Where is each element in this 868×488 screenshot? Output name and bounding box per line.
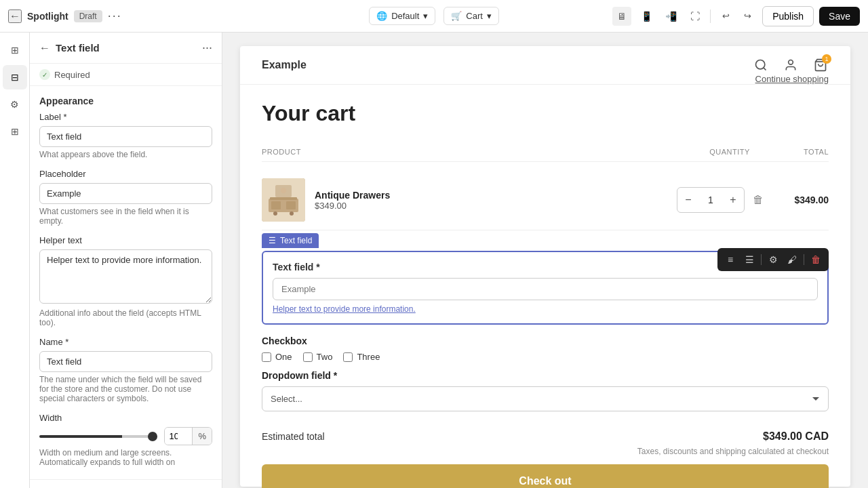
- main-layout: ⊞ ⊟ ⚙ ⊞ ← Text field ··· ✓ Required Appe…: [0, 33, 868, 488]
- total-col-header: TOTAL: [774, 148, 829, 156]
- item-price: $349.00: [315, 201, 390, 211]
- item-details: Antique Drawers $349.00: [315, 190, 390, 211]
- label-input[interactable]: [39, 126, 212, 147]
- tf-input[interactable]: [273, 278, 818, 300]
- topbar-left: ← Spotlight Draft ···: [8, 9, 361, 23]
- estimated-total-value: $349.00 CAD: [763, 430, 829, 443]
- checkbox-one-label: One: [275, 352, 292, 362]
- checkout-button[interactable]: Check out: [262, 464, 829, 488]
- cart-item: Antique Drawers $349.00 − 1 + 🗑 $349.00: [262, 170, 829, 230]
- desktop-view-button[interactable]: 🖥: [612, 7, 631, 26]
- undo-redo-controls: ↩ ↪: [716, 7, 757, 26]
- sidebar-back-button[interactable]: ←: [39, 42, 50, 54]
- required-label: Required: [54, 70, 90, 80]
- page-preview: Example 1 Your cart: [240, 46, 850, 487]
- width-hint: Width on medium and large screens. Autom…: [39, 448, 212, 467]
- width-slider[interactable]: [39, 435, 157, 438]
- more-button[interactable]: ···: [108, 9, 122, 23]
- checkbox-one-input[interactable]: [262, 352, 271, 362]
- toolbar-align-button[interactable]: ≡: [722, 251, 739, 268]
- name-input[interactable]: [39, 351, 212, 372]
- topbar-center: 🌐 Default ▾ 🛒 Cart ▾: [369, 7, 499, 25]
- chevron-down-icon: ▾: [487, 11, 492, 21]
- cart-icon[interactable]: 1: [812, 57, 829, 73]
- widget-label-bar: ☰ Text field: [262, 233, 319, 248]
- width-field-label: Width: [39, 413, 212, 423]
- publish-button[interactable]: Publish: [762, 6, 814, 26]
- checkbox-two[interactable]: Two: [303, 352, 333, 362]
- topbar: ← Spotlight Draft ··· 🌐 Default ▾ 🛒 Cart…: [0, 0, 868, 33]
- toolbar-list-button[interactable]: ☰: [741, 251, 758, 268]
- widget-label: Text field: [280, 236, 312, 245]
- checkbox-one[interactable]: One: [262, 352, 292, 362]
- checkbox-two-label: Two: [317, 352, 333, 362]
- text-field-card: Text field * Helper text to provide more…: [262, 251, 829, 325]
- search-icon[interactable]: [753, 57, 769, 73]
- tf-helper-text: Helper text to provide more information.: [273, 304, 818, 314]
- quantity-decrease-button[interactable]: −: [677, 188, 699, 212]
- helper-text-field-group: Helper text Helper text to provide more …: [30, 235, 222, 337]
- back-button[interactable]: ←: [8, 9, 22, 23]
- svg-rect-7: [286, 201, 296, 209]
- user-icon[interactable]: [783, 57, 799, 73]
- sidebar-header: ← Text field ···: [30, 33, 222, 64]
- toolbar-delete-button[interactable]: 🗑: [807, 251, 825, 268]
- helper-text-hint: Additional info about the field (accepts…: [39, 308, 212, 327]
- dropdown-section: Dropdown field * Select...: [262, 370, 829, 411]
- toolbar-paint-button[interactable]: 🖌: [783, 251, 801, 268]
- helper-text-label: Helper text: [39, 235, 212, 245]
- width-number-input[interactable]: [165, 428, 192, 445]
- sidebar-panel: ← Text field ··· ✓ Required Appearance L…: [30, 33, 222, 488]
- dropdown-title: Dropdown field *: [262, 370, 829, 381]
- name-field-label: Name *: [39, 337, 212, 347]
- width-slider-row: %: [39, 427, 212, 445]
- app-title: Spotlight: [27, 11, 68, 22]
- width-field-group: Width % Width on medium and large screen…: [30, 413, 222, 476]
- label-field-group: Label * What appears above the field.: [30, 112, 222, 169]
- icon-nav: ⊞ ⊟ ⚙ ⊞: [0, 33, 30, 488]
- tf-required-star: *: [316, 262, 319, 272]
- name-field-hint: The name under which the field will be s…: [39, 375, 212, 403]
- item-image: [262, 178, 305, 222]
- svg-point-1: [789, 60, 793, 65]
- fullscreen-button[interactable]: ⛶: [686, 7, 705, 26]
- mobile-view-button[interactable]: 📲: [661, 7, 680, 26]
- toolbar-popup: ≡ ☰ ⚙ 🖌 🗑: [717, 248, 829, 271]
- default-label: Default: [391, 11, 419, 21]
- tablet-view-button[interactable]: 📱: [637, 7, 656, 26]
- appearance-section-title: Appearance: [30, 86, 222, 112]
- svg-point-0: [756, 60, 765, 69]
- nav-home[interactable]: ⊞: [3, 38, 27, 62]
- checkbox-three[interactable]: Three: [343, 352, 380, 362]
- redo-button[interactable]: ↪: [738, 7, 757, 26]
- cart-selector[interactable]: 🛒 Cart ▾: [443, 7, 499, 25]
- product-col-header: PRODUCT: [262, 148, 685, 156]
- checkbox-three-input[interactable]: [343, 352, 353, 362]
- dropdown-select[interactable]: Select...: [262, 386, 829, 411]
- label-field-hint: What appears above the field.: [39, 150, 212, 159]
- save-button[interactable]: Save: [819, 7, 860, 26]
- helper-text-input[interactable]: Helper text to provide more information.: [39, 249, 212, 304]
- continue-shopping-link[interactable]: Continue shopping: [755, 74, 829, 84]
- toolbar-divider: [761, 254, 762, 265]
- nav-settings[interactable]: ⚙: [3, 92, 27, 117]
- svg-point-11: [281, 188, 286, 193]
- default-selector[interactable]: 🌐 Default ▾: [369, 7, 435, 25]
- checkbox-two-input[interactable]: [303, 352, 313, 362]
- required-icon: ✓: [39, 69, 50, 80]
- chevron-down-icon: ▾: [423, 11, 428, 21]
- placeholder-input[interactable]: [39, 183, 212, 204]
- sidebar-more-button[interactable]: ···: [202, 41, 212, 55]
- nav-panels[interactable]: ⊟: [3, 65, 27, 89]
- placeholder-field-group: Placeholder What customers see in the fi…: [30, 169, 222, 235]
- undo-button[interactable]: ↩: [716, 7, 735, 26]
- required-badge: ✓ Required: [30, 64, 222, 86]
- dropdown-required-star: *: [334, 370, 337, 381]
- quantity-value: 1: [703, 195, 719, 205]
- remove-block-button[interactable]: 🗑 Remove block: [30, 479, 222, 488]
- nav-blocks[interactable]: ⊞: [3, 119, 27, 144]
- toolbar-settings-button[interactable]: ⚙: [764, 251, 782, 268]
- checkbox-title: Checkbox: [262, 336, 829, 346]
- quantity-increase-button[interactable]: +: [722, 188, 744, 212]
- item-delete-button[interactable]: 🗑: [753, 194, 764, 206]
